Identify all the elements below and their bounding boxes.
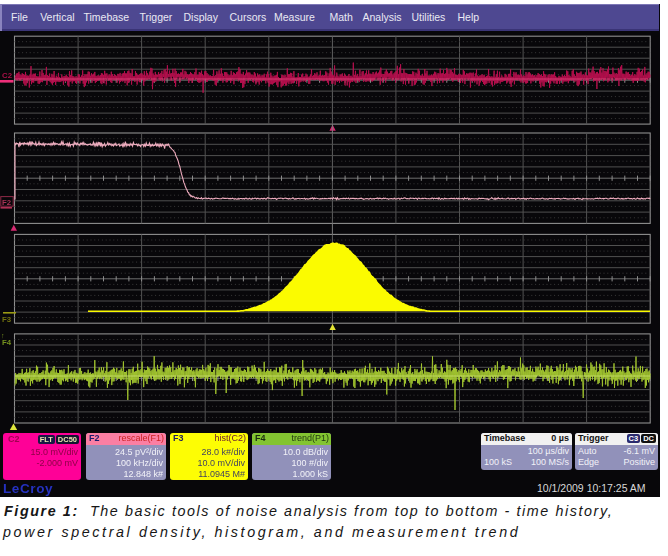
svg-text:F3: F3 — [2, 315, 12, 324]
svg-text:C2: C2 — [2, 71, 13, 80]
svg-text:↑: ↑ — [1, 332, 5, 339]
svg-text:F4: F4 — [2, 338, 12, 347]
svg-text:F2: F2 — [2, 198, 12, 207]
